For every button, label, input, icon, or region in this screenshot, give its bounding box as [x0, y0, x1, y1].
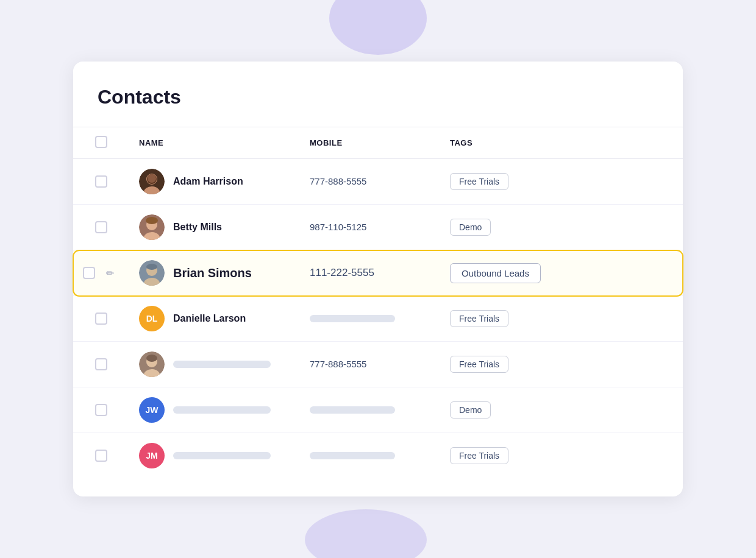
- row-checkbox[interactable]: [95, 450, 107, 462]
- row-mobile-cell: 111-222-5555: [300, 250, 440, 296]
- row-checkbox[interactable]: [95, 313, 107, 325]
- header-check-col: [73, 127, 129, 159]
- row-checkbox[interactable]: [83, 267, 95, 279]
- row-check-cell: [73, 433, 129, 479]
- redacted-mobile-bar: [310, 452, 395, 459]
- tag-badge[interactable]: Demo: [450, 401, 491, 418]
- row-tag-cell: Free Trials: [440, 342, 683, 387]
- row-name-cell: JM: [129, 433, 300, 479]
- table-row: JMFree Trials: [73, 433, 683, 479]
- row-tag-cell: Free Trials: [440, 159, 683, 205]
- tag-badge[interactable]: Free Trials: [450, 310, 508, 327]
- table-row: Betty Mills987-110-5125Demo: [73, 205, 683, 250]
- header-mobile-col: MOBILE: [300, 127, 440, 159]
- row-tag-cell: Free Trials: [440, 296, 683, 342]
- row-check-cell: [73, 159, 129, 205]
- svg-point-16: [146, 355, 157, 362]
- row-mobile-cell: 777-888-5555: [300, 159, 440, 205]
- contact-mobile: 777-888-5555: [310, 359, 366, 369]
- contacts-table: NAME MOBILE TAGS Adam Harrison777-888-55…: [73, 127, 683, 478]
- row-checkbox[interactable]: [95, 358, 107, 370]
- header-name-col: NAME: [129, 127, 300, 159]
- table-header-row: NAME MOBILE TAGS: [73, 127, 683, 159]
- contact-name: Danielle Larson: [173, 313, 246, 324]
- edit-icon[interactable]: ✏: [106, 267, 114, 279]
- table-row: JWDemo: [73, 387, 683, 433]
- contact-mobile: 111-222-5555: [310, 267, 374, 278]
- row-tag-cell: Demo: [440, 205, 683, 250]
- row-checkbox[interactable]: [95, 404, 107, 416]
- tag-badge[interactable]: Free Trials: [450, 356, 508, 373]
- edit-icon-wrap: ✏: [100, 263, 119, 283]
- row-name-cell: [129, 342, 300, 387]
- row-mobile-cell: [300, 433, 440, 479]
- table-row: 777-888-5555Free Trials: [73, 342, 683, 387]
- row-mobile-cell: 777-888-5555: [300, 342, 440, 387]
- row-name-cell: JW: [129, 387, 300, 433]
- row-check-cell: [73, 296, 129, 342]
- avatar: JW: [139, 397, 165, 423]
- redacted-mobile-bar: [310, 406, 395, 414]
- row-tag-cell: Demo: [440, 387, 683, 433]
- row-checkbox[interactable]: [95, 221, 107, 233]
- svg-point-4: [148, 174, 156, 183]
- svg-point-8: [146, 217, 158, 224]
- contact-mobile: 987-110-5125: [310, 222, 366, 232]
- row-name-cell: Adam Harrison: [129, 159, 300, 205]
- bg-blob-bottom: [305, 509, 427, 558]
- contact-name: Adam Harrison: [173, 176, 243, 187]
- table-row: DLDanielle LarsonFree Trials: [73, 296, 683, 342]
- row-name-cell: Brian Simons: [129, 250, 300, 296]
- row-name-cell: Betty Mills: [129, 205, 300, 250]
- svg-point-12: [146, 264, 157, 270]
- tag-badge[interactable]: Demo: [450, 219, 491, 236]
- row-check-cell: ✏: [73, 250, 129, 296]
- avatar: [139, 351, 165, 377]
- redacted-name-bar: [173, 452, 271, 459]
- tag-badge[interactable]: Outbound Leads: [450, 263, 541, 283]
- row-tag-cell: Free Trials: [440, 433, 683, 479]
- row-tag-cell: Outbound Leads: [440, 250, 683, 296]
- avatar: [139, 260, 165, 286]
- header-tags-col: TAGS: [440, 127, 683, 159]
- tag-badge[interactable]: Free Trials: [450, 173, 508, 190]
- avatar: [139, 169, 165, 194]
- contact-name: Betty Mills: [173, 222, 222, 233]
- table-row: Adam Harrison777-888-5555Free Trials: [73, 159, 683, 205]
- avatar: JM: [139, 443, 165, 468]
- row-check-cell: [73, 342, 129, 387]
- avatar: DL: [139, 306, 165, 331]
- row-check-cell: [73, 387, 129, 433]
- redacted-name-bar: [173, 361, 271, 368]
- row-mobile-cell: [300, 387, 440, 433]
- contacts-card: Contacts NAME MOBILE TAGS Adam Harrison7…: [73, 62, 683, 496]
- avatar: [139, 214, 165, 240]
- redacted-name-bar: [173, 406, 271, 414]
- select-all-checkbox[interactable]: [95, 136, 107, 148]
- row-mobile-cell: [300, 296, 440, 342]
- row-name-cell: DLDanielle Larson: [129, 296, 300, 342]
- page-title: Contacts: [73, 86, 683, 127]
- contact-mobile: 777-888-5555: [310, 176, 366, 186]
- bg-blob-top: [329, 0, 427, 55]
- table-row: ✏ Brian Simons111-222-5555Outbound Leads: [73, 250, 683, 296]
- row-check-cell: [73, 205, 129, 250]
- tag-badge[interactable]: Free Trials: [450, 447, 508, 464]
- contact-name: Brian Simons: [173, 266, 252, 280]
- redacted-mobile-bar: [310, 315, 395, 322]
- row-mobile-cell: 987-110-5125: [300, 205, 440, 250]
- row-checkbox[interactable]: [95, 175, 107, 188]
